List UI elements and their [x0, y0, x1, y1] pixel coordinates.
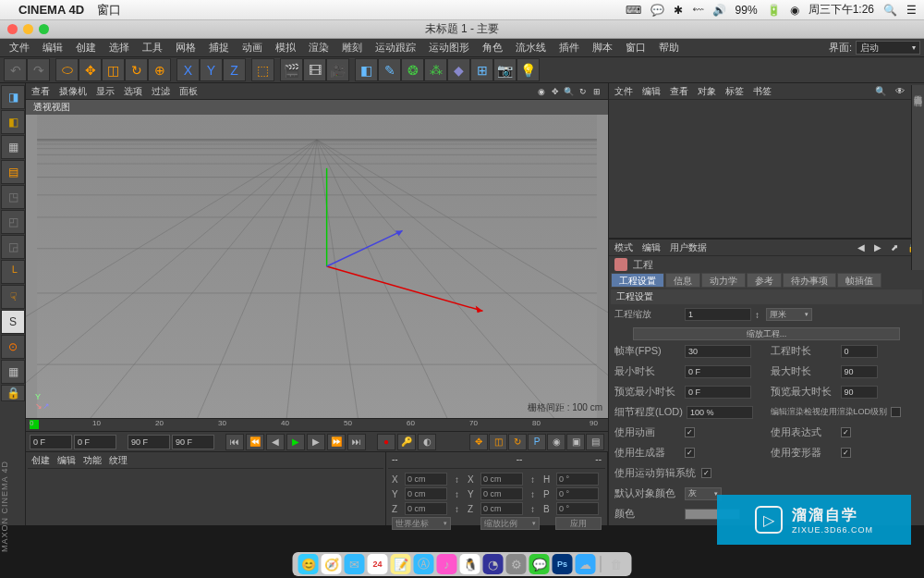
baidu-icon[interactable]: ☁ [576, 554, 596, 574]
siri-icon[interactable]: ◉ [790, 4, 799, 17]
pla-key-button[interactable]: ◉ [547, 434, 565, 450]
preview-max-field[interactable]: 90 [841, 386, 878, 399]
coord-mode-select[interactable]: 世界坐标 [392, 517, 451, 530]
autokey-button[interactable]: 🔑 [397, 434, 416, 450]
spline-button[interactable]: ✎ [378, 58, 401, 81]
mac-menu-window[interactable]: 窗口 [97, 2, 121, 18]
use-gen-check[interactable]: ✓ [685, 448, 695, 458]
vp-menu-display[interactable]: 显示 [96, 85, 115, 98]
attr-up-icon[interactable]: ⬈ [891, 242, 898, 252]
scale-tool[interactable]: ◫ [102, 58, 125, 81]
project-scale-unit[interactable]: 厘米 [766, 308, 812, 321]
record-button[interactable]: ● [377, 434, 395, 450]
cube-primitive-button[interactable]: ◧ [355, 58, 378, 81]
key-mode2-button[interactable]: ▤ [586, 434, 604, 450]
environment-button[interactable]: ⊞ [470, 58, 493, 81]
c4d-icon[interactable]: ◔ [483, 554, 504, 574]
pos-y-field[interactable]: 0 cm [405, 487, 447, 500]
menu-snap[interactable]: 捕捉 [203, 39, 235, 56]
workplane-snap-button[interactable]: ⊙ [1, 335, 25, 359]
bot-tab-edit[interactable]: 编辑 [57, 454, 76, 468]
keyframe-selection-button[interactable]: ◐ [418, 434, 436, 450]
camera-button[interactable]: 📷 [493, 58, 517, 81]
vp-nav1-icon[interactable]: ◉ [535, 85, 547, 97]
x-axis-button[interactable]: X [176, 58, 200, 81]
obj-menu-view[interactable]: 查看 [670, 85, 688, 98]
rot-p-field[interactable]: 0 ° [556, 487, 599, 500]
texture-mode-button[interactable]: ▦ [1, 135, 25, 159]
attr-fwd-icon[interactable]: ▶ [874, 242, 881, 252]
menu-mesh[interactable]: 网格 [170, 39, 201, 56]
menu-pipeline[interactable]: 流水线 [510, 39, 552, 56]
ps-icon[interactable]: Ps [553, 554, 573, 574]
fps-field[interactable]: 30 [685, 345, 751, 358]
menu-icon[interactable]: ☰ [906, 4, 917, 17]
obj-eye-icon[interactable]: 👁 [895, 86, 905, 96]
scale-key-button[interactable]: ◫ [489, 434, 507, 450]
calendar-icon[interactable]: 24 [368, 554, 388, 574]
vp-menu-filter[interactable]: 过滤 [152, 85, 170, 98]
vp-nav3-icon[interactable]: 🔍 [563, 85, 575, 97]
nurbs-button[interactable]: ❂ [401, 58, 424, 81]
timeline-ruler[interactable]: 0 10 20 30 40 50 60 70 80 90 [26, 418, 608, 431]
wifi-icon[interactable]: ⬳ [692, 4, 703, 17]
end-frame-field[interactable]: 90 F [172, 435, 214, 449]
tab-dynamics[interactable]: 动力学 [701, 273, 746, 288]
default-color-select[interactable]: 灰 [685, 487, 722, 500]
vp-menu-view[interactable]: 查看 [31, 85, 50, 98]
next-key-button[interactable]: ⏩ [327, 434, 346, 450]
render-view-button[interactable]: 🎬 [280, 58, 303, 81]
goto-end-button[interactable]: ⏭ [347, 434, 366, 450]
right-edge-tabs[interactable]: 内容浏览器 构造 [911, 85, 924, 270]
param-key-button[interactable]: P [528, 434, 546, 450]
mograph-button[interactable]: ⁂ [424, 58, 447, 81]
deformer-button[interactable]: ◆ [447, 58, 470, 81]
menu-sim[interactable]: 模拟 [270, 39, 301, 56]
vp-nav4-icon[interactable]: ↻ [577, 85, 589, 97]
menu-help[interactable]: 帮助 [653, 39, 685, 56]
menu-motiontrack[interactable]: 运动跟踪 [370, 39, 421, 56]
rot-key-button[interactable]: ↻ [508, 434, 527, 450]
make-editable-button[interactable]: ◨ [1, 85, 25, 109]
qq-icon[interactable]: 🐧 [460, 554, 480, 574]
wechat-icon[interactable]: 💬 [650, 4, 664, 17]
use-deform-check[interactable]: ✓ [841, 448, 851, 458]
preview-end-field[interactable]: 90 F [128, 435, 170, 449]
pos-key-button[interactable]: ✥ [469, 434, 488, 450]
point-mode-button[interactable]: ◳ [1, 185, 25, 209]
safari-icon[interactable]: 🧭 [322, 554, 342, 574]
key-mode-button[interactable]: ▣ [566, 434, 585, 450]
itunes-icon[interactable]: ♪ [437, 554, 457, 574]
lod-render-check[interactable] [891, 407, 901, 417]
menu-plugins[interactable]: 插件 [553, 39, 585, 56]
project-scale-field[interactable]: 1 [685, 308, 751, 321]
obj-menu-bookmarks[interactable]: 书签 [753, 85, 772, 98]
search-icon[interactable]: 🔍 [883, 4, 897, 17]
view-cube-icon[interactable]: Y↘↗ [35, 392, 50, 411]
pos-x-field[interactable]: 0 cm [405, 473, 447, 486]
attr-menu-edit[interactable]: 编辑 [642, 241, 661, 254]
obj-search-icon[interactable]: 🔍 [875, 86, 886, 96]
bot-tab-texture[interactable]: 纹理 [109, 454, 128, 468]
obj-menu-tags[interactable]: 标签 [725, 85, 744, 98]
finder-icon[interactable]: 😊 [298, 554, 319, 574]
lod-field[interactable]: 100 % [687, 406, 753, 419]
menu-window[interactable]: 窗口 [620, 39, 651, 56]
appstore-icon[interactable]: Ⓐ [414, 554, 434, 574]
menu-render[interactable]: 渲染 [303, 39, 334, 56]
attr-menu-mode[interactable]: 模式 [614, 241, 633, 254]
tab-info[interactable]: 信息 [665, 273, 700, 288]
axis-button[interactable]: └ [1, 260, 25, 284]
settings-icon[interactable]: ⚙ [506, 554, 527, 574]
last-tool[interactable]: ⊕ [148, 58, 171, 81]
use-motion-check[interactable]: ✓ [701, 468, 711, 478]
render-settings-button[interactable]: 🎞 [303, 58, 326, 81]
tweak-button[interactable]: ☟ [1, 285, 25, 309]
move-tool[interactable]: ✥ [79, 58, 102, 81]
close-button[interactable] [7, 24, 18, 34]
preview-min-field[interactable]: 0 F [685, 386, 751, 399]
obj-menu-file[interactable]: 文件 [614, 85, 633, 98]
start-frame-field[interactable]: 0 F [30, 435, 72, 449]
vp-menu-camera[interactable]: 摄像机 [59, 85, 87, 98]
rot-h-field[interactable]: 0 ° [556, 473, 599, 486]
